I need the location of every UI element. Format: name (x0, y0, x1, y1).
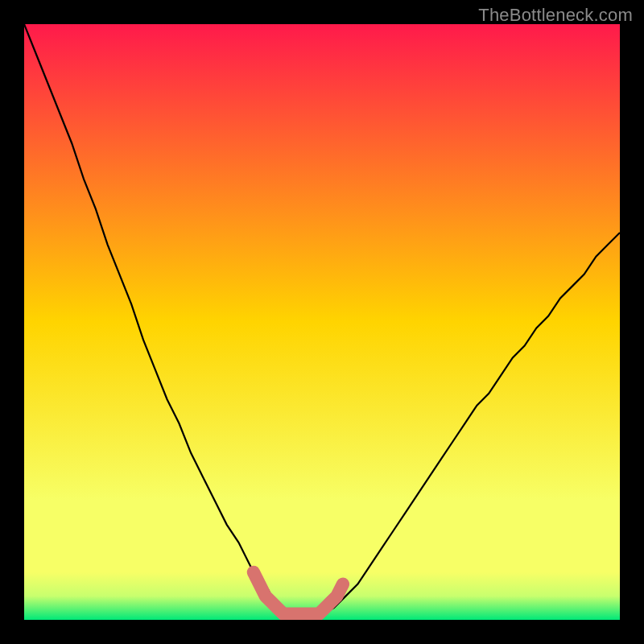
watermark-text: TheBottleneck.com (478, 5, 633, 26)
gradient-background (24, 24, 620, 620)
bottleneck-chart (24, 24, 620, 620)
chart-frame: TheBottleneck.com (0, 0, 644, 644)
